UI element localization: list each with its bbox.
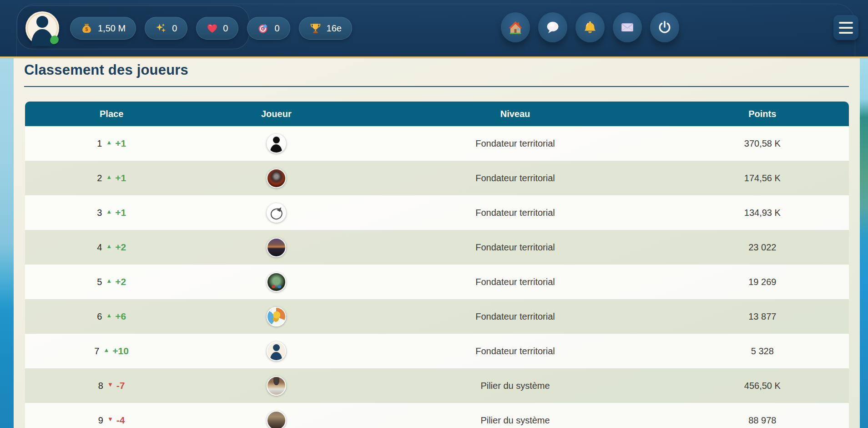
rank-change-value: +1 — [115, 173, 126, 183]
nav-buttons — [501, 12, 679, 42]
rank-cell: 7 ▲ +10 — [25, 346, 198, 357]
player-level: Fondateur territorial — [354, 138, 676, 149]
player-points: 19 269 — [676, 277, 849, 287]
chat-button[interactable] — [538, 12, 567, 42]
leaderboard-table: Place Joueur Niveau Points 1 ▲ +1 Fondat… — [25, 102, 849, 428]
rank-change-arrow-icon: ▲ — [103, 347, 109, 353]
table-row[interactable]: 1 ▲ +1 Fondateur territorial 370,58 K — [25, 126, 849, 161]
column-header-points: Points — [676, 109, 849, 119]
player-level: Fondateur territorial — [354, 277, 676, 287]
player-cell — [198, 238, 354, 257]
rank-cell: 5 ▲ +2 — [25, 276, 198, 287]
table-row[interactable]: 7 ▲ +10 Fondateur territorial 5 328 — [25, 334, 849, 368]
player-stats-group: $ 1,50 M 0 — [25, 11, 352, 45]
player-avatar[interactable] — [267, 168, 286, 188]
trophy-icon — [309, 22, 322, 35]
table-row[interactable]: 2 ▲ +1 Fondateur territorial 174,56 K — [25, 161, 849, 195]
envelope-icon — [620, 20, 635, 35]
player-points: 5 328 — [676, 346, 849, 357]
player-level: Pilier du système — [354, 415, 676, 426]
rank-number: 2 — [97, 173, 102, 183]
rank-number: 7 — [94, 346, 99, 357]
player-cell — [198, 168, 354, 188]
player-cell — [198, 203, 354, 223]
rank-change-arrow-icon: ▲ — [106, 174, 112, 180]
player-avatar[interactable] — [267, 272, 286, 292]
rank-number: 1 — [97, 138, 102, 149]
mail-button[interactable] — [613, 12, 642, 42]
power-icon — [657, 20, 672, 35]
table-row[interactable]: 4 ▲ +2 Fondateur territorial 23 022 — [25, 230, 849, 265]
notifications-button[interactable] — [575, 12, 605, 42]
table-body: 1 ▲ +1 Fondateur territorial 370,58 K 2 … — [25, 126, 849, 428]
player-avatar[interactable] — [267, 307, 286, 326]
target-badge[interactable]: 0 — [247, 17, 290, 40]
rank-change-value: +6 — [115, 311, 126, 322]
online-status-dot — [50, 36, 59, 44]
player-points: 23 022 — [676, 242, 849, 253]
profile-avatar[interactable] — [25, 11, 59, 45]
player-points: 370,58 K — [676, 138, 849, 149]
hearts-badge[interactable]: 0 — [196, 17, 238, 40]
rank-change-arrow-icon: ▼ — [107, 382, 113, 387]
column-header-joueur: Joueur — [198, 109, 354, 119]
player-level: Fondateur territorial — [354, 311, 676, 322]
rank-change-value: +10 — [112, 346, 129, 357]
money-badge[interactable]: $ 1,50 M — [70, 17, 136, 40]
table-row[interactable]: 8 ▼ -7 Pilier du système 456,50 K — [25, 368, 849, 403]
trophy-badge[interactable]: 16e — [299, 17, 352, 40]
svg-text:$: $ — [85, 26, 88, 32]
column-header-place: Place — [25, 109, 198, 119]
rank-cell: 4 ▲ +2 — [25, 242, 198, 253]
player-avatar[interactable] — [267, 341, 286, 361]
player-cell — [198, 272, 354, 292]
target-value: 0 — [274, 23, 279, 34]
title-underline — [24, 86, 849, 87]
rank-change-value: +1 — [115, 138, 126, 149]
table-row[interactable]: 6 ▲ +6 Fondateur territorial 13 877 — [25, 299, 849, 334]
player-points: 456,50 K — [676, 381, 849, 391]
rank-change-value: -4 — [116, 415, 125, 426]
content-panel: Classement des joueurs Place Joueur Nive… — [14, 58, 860, 428]
bell-icon — [582, 20, 598, 35]
player-cell — [198, 376, 354, 396]
home-button[interactable] — [501, 12, 530, 42]
player-cell — [198, 134, 354, 153]
column-header-niveau: Niveau — [354, 109, 676, 119]
player-points: 88 978 — [676, 415, 849, 426]
chat-bubble-icon — [545, 20, 560, 35]
rank-cell: 3 ▲ +1 — [25, 207, 198, 218]
table-row[interactable]: 3 ▲ +1 Fondateur territorial 134,93 K — [25, 195, 849, 230]
money-bag-icon: $ — [81, 22, 93, 35]
player-cell — [198, 341, 354, 361]
player-cell — [198, 307, 354, 326]
rank-change-arrow-icon: ▲ — [106, 139, 112, 145]
player-avatar[interactable] — [267, 134, 286, 153]
player-avatar[interactable] — [267, 376, 286, 396]
rank-cell: 1 ▲ +1 — [25, 138, 198, 149]
rank-change-arrow-icon: ▲ — [106, 243, 112, 249]
rank-number: 6 — [97, 311, 102, 322]
player-points: 13 877 — [676, 311, 849, 322]
sparkles-badge[interactable]: 0 — [145, 17, 187, 40]
player-avatar[interactable] — [267, 411, 286, 428]
rank-number: 4 — [97, 242, 102, 253]
player-avatar[interactable] — [267, 203, 286, 223]
menu-button[interactable] — [833, 15, 858, 40]
logout-button[interactable] — [650, 12, 679, 42]
rank-cell: 6 ▲ +6 — [25, 311, 198, 322]
rank-cell: 8 ▼ -7 — [25, 380, 198, 391]
rank-number: 8 — [98, 381, 103, 391]
player-cell — [198, 411, 354, 428]
rank-change-value: +2 — [115, 242, 126, 253]
rank-change-arrow-icon: ▼ — [107, 416, 113, 422]
home-icon — [507, 19, 524, 36]
rank-number: 5 — [97, 277, 102, 287]
rank-change-arrow-icon: ▲ — [106, 312, 112, 318]
player-avatar[interactable] — [267, 238, 286, 257]
player-level: Fondateur territorial — [354, 208, 676, 218]
player-level: Fondateur territorial — [354, 242, 676, 253]
table-row[interactable]: 5 ▲ +2 Fondateur territorial 19 269 — [25, 265, 849, 299]
table-row[interactable]: 9 ▼ -4 Pilier du système 88 978 — [25, 403, 849, 428]
player-points: 134,93 K — [676, 208, 849, 218]
